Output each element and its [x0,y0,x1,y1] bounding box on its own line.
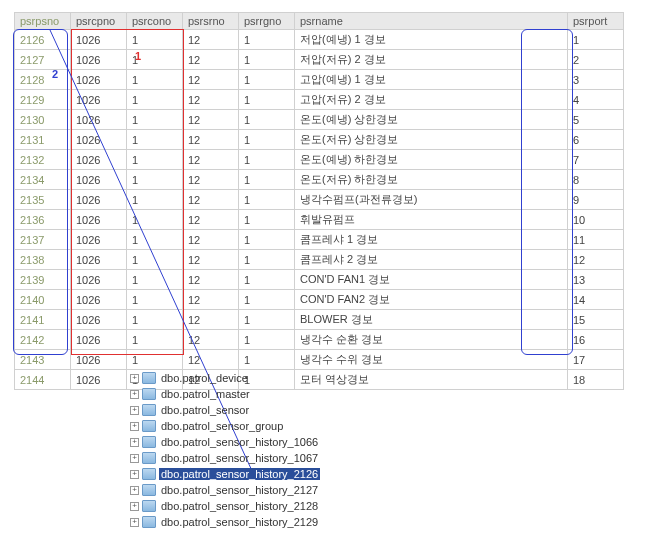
table-row[interactable]: 213610261121휘발유펌프10 [15,210,624,230]
cell-srno[interactable]: 12 [183,350,239,370]
cell-cpno[interactable]: 1026 [71,350,127,370]
cell-port[interactable]: 4 [568,90,624,110]
cell-psno[interactable]: 2126 [15,30,71,50]
cell-name[interactable]: 콤프레샤 2 경보 [295,250,568,270]
cell-cono[interactable]: 1 [127,250,183,270]
expander-icon[interactable]: + [130,390,139,399]
cell-cono[interactable]: 1 [127,310,183,330]
tree-item-label[interactable]: dbo.patrol_device [159,372,250,384]
cell-psno[interactable]: 2142 [15,330,71,350]
cell-psno[interactable]: 2141 [15,310,71,330]
tree-item-label[interactable]: dbo.patrol_sensor_history_1067 [159,452,320,464]
cell-cono[interactable]: 1 [127,270,183,290]
expander-icon[interactable]: + [130,486,139,495]
cell-port[interactable]: 13 [568,270,624,290]
cell-psno[interactable]: 2143 [15,350,71,370]
table-row[interactable]: 214110261121BLOWER 경보15 [15,310,624,330]
expander-icon[interactable]: + [130,502,139,511]
tree-item[interactable]: +dbo.patrol_sensor_history_1067 [130,450,320,466]
expander-icon[interactable]: + [130,438,139,447]
col-psrpsno[interactable]: psrpsno [15,13,71,30]
col-psrcono[interactable]: psrcono [127,13,183,30]
cell-srno[interactable]: 12 [183,90,239,110]
table-row[interactable]: 213710261121콤프레샤 1 경보11 [15,230,624,250]
cell-cono[interactable]: 1 [127,130,183,150]
table-row[interactable]: 214210261121냉각수 순환 경보16 [15,330,624,350]
cell-psno[interactable]: 2135 [15,190,71,210]
cell-cpno[interactable]: 1026 [71,290,127,310]
table-row[interactable]: 213410261121온도(저유) 하한경보8 [15,170,624,190]
table-row[interactable]: 214310261121냉각수 수위 경보17 [15,350,624,370]
cell-rgno[interactable]: 1 [239,130,295,150]
cell-port[interactable]: 18 [568,370,624,390]
cell-port[interactable]: 9 [568,190,624,210]
cell-cono[interactable]: 1 [127,210,183,230]
cell-cono[interactable]: 1 [127,150,183,170]
cell-cpno[interactable]: 1026 [71,270,127,290]
cell-psno[interactable]: 2134 [15,170,71,190]
cell-cpno[interactable]: 1026 [71,70,127,90]
cell-psno[interactable]: 2132 [15,150,71,170]
cell-psno[interactable]: 2136 [15,210,71,230]
tree-item[interactable]: +dbo.patrol_sensor_history_2129 [130,514,320,530]
cell-rgno[interactable]: 1 [239,250,295,270]
cell-psno[interactable]: 2130 [15,110,71,130]
expander-icon[interactable]: + [130,406,139,415]
cell-name[interactable]: 온도(예냉) 상한경보 [295,110,568,130]
cell-rgno[interactable]: 1 [239,270,295,290]
cell-port[interactable]: 17 [568,350,624,370]
cell-srno[interactable]: 12 [183,330,239,350]
cell-port[interactable]: 7 [568,150,624,170]
cell-port[interactable]: 5 [568,110,624,130]
object-explorer-tree[interactable]: +dbo.patrol_device+dbo.patrol_master+dbo… [130,370,320,530]
cell-cono[interactable]: 1 [127,330,183,350]
cell-cono[interactable]: 1 [127,350,183,370]
tree-item[interactable]: +dbo.patrol_device [130,370,320,386]
cell-port[interactable]: 15 [568,310,624,330]
cell-rgno[interactable]: 1 [239,50,295,70]
cell-srno[interactable]: 12 [183,130,239,150]
cell-port[interactable]: 8 [568,170,624,190]
cell-srno[interactable]: 12 [183,50,239,70]
cell-rgno[interactable]: 1 [239,70,295,90]
tree-item[interactable]: +dbo.patrol_sensor_history_2126 [130,466,320,482]
cell-name[interactable]: CON'D FAN2 경보 [295,290,568,310]
table-row[interactable]: 213210261121온도(예냉) 하한경보7 [15,150,624,170]
cell-srno[interactable]: 12 [183,290,239,310]
cell-srno[interactable]: 12 [183,310,239,330]
cell-name[interactable]: 온도(저유) 하한경보 [295,170,568,190]
cell-rgno[interactable]: 1 [239,110,295,130]
cell-cpno[interactable]: 1026 [71,330,127,350]
cell-cpno[interactable]: 1026 [71,310,127,330]
cell-cpno[interactable]: 1026 [71,370,127,390]
expander-icon[interactable]: + [130,518,139,527]
table-row[interactable]: 212910261121고압(저유) 2 경보4 [15,90,624,110]
table-row[interactable]: 214010261121CON'D FAN2 경보14 [15,290,624,310]
tree-item[interactable]: +dbo.patrol_sensor_history_1066 [130,434,320,450]
cell-port[interactable]: 6 [568,130,624,150]
tree-item-label[interactable]: dbo.patrol_sensor_history_2129 [159,516,320,528]
cell-cono[interactable]: 1 [127,290,183,310]
cell-psno[interactable]: 2127 [15,50,71,70]
cell-name[interactable]: 온도(예냉) 하한경보 [295,150,568,170]
cell-rgno[interactable]: 1 [239,290,295,310]
col-psrrgno[interactable]: psrrgno [239,13,295,30]
tree-item-label[interactable]: dbo.patrol_sensor_history_2126 [159,468,320,480]
cell-name[interactable]: 저압(저유) 2 경보 [295,50,568,70]
expander-icon[interactable]: + [130,374,139,383]
cell-port[interactable]: 12 [568,250,624,270]
cell-rgno[interactable]: 1 [239,330,295,350]
cell-cpno[interactable]: 1026 [71,90,127,110]
table-row[interactable]: 213910261121CON'D FAN1 경보13 [15,270,624,290]
cell-port[interactable]: 2 [568,50,624,70]
cell-name[interactable]: 냉각수 순환 경보 [295,330,568,350]
cell-name[interactable]: 휘발유펌프 [295,210,568,230]
cell-name[interactable]: 온도(저유) 상한경보 [295,130,568,150]
cell-psno[interactable]: 2137 [15,230,71,250]
cell-name[interactable]: CON'D FAN1 경보 [295,270,568,290]
cell-name[interactable]: 고압(저유) 2 경보 [295,90,568,110]
tree-item-label[interactable]: dbo.patrol_master [159,388,252,400]
cell-name[interactable]: 저압(예냉) 1 경보 [295,30,568,50]
col-psrname[interactable]: psrname [295,13,568,30]
cell-port[interactable]: 1 [568,30,624,50]
